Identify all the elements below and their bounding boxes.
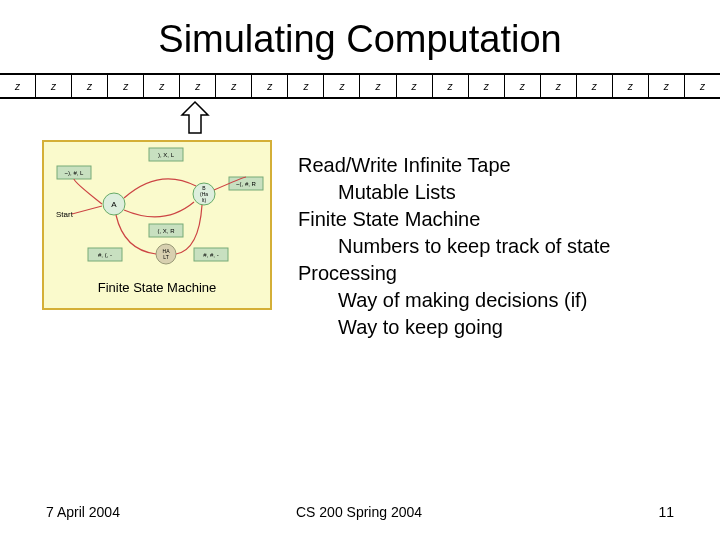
svg-text:lt): lt) — [202, 197, 207, 203]
tape-cell: z — [504, 75, 540, 97]
tape-cell: z — [215, 75, 251, 97]
tape-cell: z — [468, 75, 504, 97]
tape-cell: z — [71, 75, 107, 97]
trans-left: #, (, - — [98, 252, 112, 258]
footer-page: 11 — [658, 504, 674, 520]
tape-cell: z — [396, 75, 432, 97]
page-title: Simulating Computation — [0, 0, 720, 73]
tape-cell: z — [287, 75, 323, 97]
tape-cell: z — [107, 75, 143, 97]
explain-i3a: Way of making decisions (if) — [298, 287, 610, 314]
tape-cell: z — [179, 75, 215, 97]
trans-topleft: ~), #, L — [65, 170, 85, 176]
svg-text:LT: LT — [163, 254, 168, 260]
state-a: A — [111, 200, 117, 209]
tape-cell: z — [251, 75, 287, 97]
tape-cell: z — [0, 75, 35, 97]
arrow-up-icon — [180, 100, 210, 140]
tape-cell: z — [35, 75, 71, 97]
tape-cell: z — [684, 75, 720, 97]
explain-h2: Finite State Machine — [298, 206, 610, 233]
explain-i2: Numbers to keep track of state — [298, 233, 610, 260]
explain-h1: Read/Write Infinite Tape — [298, 152, 610, 179]
footer-course: CS 200 Spring 2004 — [296, 504, 422, 520]
tape: zzzzzzzzzzzzzzzzzzzz — [0, 73, 720, 99]
tape-cell: z — [323, 75, 359, 97]
tape-cell: z — [432, 75, 468, 97]
trans-right: ~(, #, R — [236, 181, 257, 187]
trans-bot: #, #, - — [203, 252, 218, 258]
fsm-diagram: ), X, L ~), #, L ~(, #, R (, X, R #, (, … — [42, 140, 272, 310]
tape-cell: z — [612, 75, 648, 97]
footer-date: 7 April 2004 — [46, 504, 120, 520]
tape-cell: z — [359, 75, 395, 97]
tape-cell: z — [143, 75, 179, 97]
explain-i3b: Way to keep going — [298, 314, 610, 341]
tape-cell: z — [540, 75, 576, 97]
explain-i1: Mutable Lists — [298, 179, 610, 206]
tape-cell: z — [576, 75, 612, 97]
tape-cell: z — [648, 75, 684, 97]
trans-mid: (, X, R — [157, 228, 175, 234]
trans-top: ), X, L — [158, 152, 175, 158]
fsm-start: Start — [56, 210, 74, 219]
explanation-text: Read/Write Infinite Tape Mutable Lists F… — [298, 152, 610, 341]
fsm-caption: Finite State Machine — [44, 280, 270, 295]
explain-h3: Processing — [298, 260, 610, 287]
